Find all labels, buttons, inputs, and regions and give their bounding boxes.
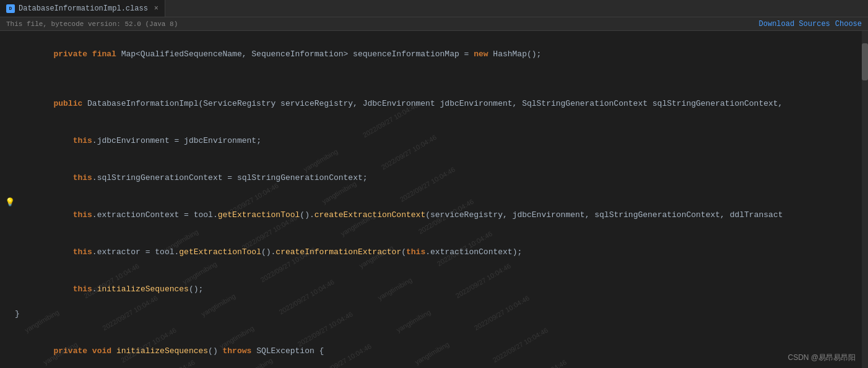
code-text: public DatabaseInformationImpl(ServiceRe… [15,85,868,122]
file-tab[interactable]: D DatabaseInformationImpl.class × [0,0,165,17]
tab-close-button[interactable]: × [154,4,158,13]
code-text: private void initializeSequences() throw… [15,333,868,368]
code-content: private final Map<QualifiedSequenceName,… [0,31,868,368]
code-line: this.extractor = tool.getExtractionTool(… [5,234,868,271]
tab-bar: D DatabaseInformationImpl.class × [0,0,868,17]
code-text: this.extractor = tool.getExtractionTool(… [15,234,868,271]
tab-title: DatabaseInformationImpl.class [19,4,148,13]
code-text: this.jdbcEnvironment = jdbcEnvironment; [15,122,868,160]
code-line: this.initializeSequences(); [5,271,868,308]
code-line: 💡 this.extractionContext = tool.getExtra… [5,197,868,234]
scrollbar[interactable] [862,31,868,368]
bytecode-info: This file, bytecode version: 52.0 (Java … [6,20,178,28]
code-text [15,320,868,333]
file-icon: D [6,4,15,13]
code-line: private void initializeSequences() throw… [5,333,868,368]
code-text: this.sqlStringGenerationContext = sqlStr… [15,160,868,197]
code-line: } [5,308,868,320]
line-indicator: 💡 [5,197,15,209]
code-text: this.initializeSequences(); [15,271,868,308]
code-editor: yangtimibing2022/09/27 10:04:46yangtimib… [0,31,868,368]
code-text [15,73,868,85]
choose-button[interactable]: Choose [835,20,862,28]
code-text: } [15,308,868,320]
scrollbar-thumb[interactable] [862,43,868,80]
info-bar-actions: Download Sources Choose [759,20,862,28]
code-line: this.jdbcEnvironment = jdbcEnvironment; [5,122,868,160]
code-line: private final Map<QualifiedSequenceName,… [5,36,868,73]
code-text: private final Map<QualifiedSequenceName,… [15,36,868,73]
bulb-icon: 💡 [5,197,15,209]
code-line: this.sqlStringGenerationContext = sqlStr… [5,160,868,197]
bottom-label: CSDN @易昂易昂阳 [788,353,856,363]
info-bar: This file, bytecode version: 52.0 (Java … [0,17,868,31]
code-text: this.extractionContext = tool.getExtract… [15,197,868,234]
download-sources-button[interactable]: Download Sources [759,20,830,28]
code-line [5,73,868,85]
code-line: public DatabaseInformationImpl(ServiceRe… [5,85,868,122]
code-line [5,320,868,333]
